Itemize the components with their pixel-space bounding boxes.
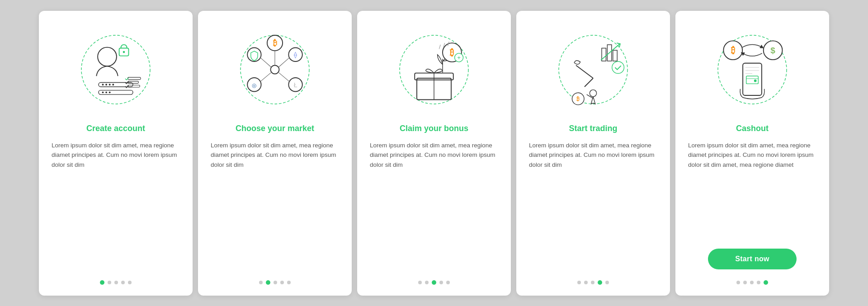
svg-line-39 (439, 44, 440, 49)
dot-4-2 (584, 281, 588, 284)
card-4-text: Lorem ipsum dolor sit dim amet, mea regi… (529, 141, 657, 269)
svg-text:Ł: Ł (294, 81, 297, 88)
dot-5-2 (743, 281, 747, 284)
claim-bonus-icon: ₿ + (391, 27, 477, 113)
dot-2-4 (280, 281, 284, 284)
dot-5-4 (757, 281, 760, 284)
card-4-dots (577, 280, 609, 285)
card-5-title: Cashout (736, 124, 769, 133)
svg-point-11 (105, 91, 107, 93)
svg-line-29 (279, 72, 290, 81)
card-icon-area-4: ₿ (548, 24, 638, 115)
svg-point-5 (102, 84, 104, 85)
svg-line-49 (585, 78, 593, 87)
dot-3-4 (439, 281, 443, 284)
dot-5-5 (764, 280, 768, 285)
dot-2-3 (274, 281, 277, 284)
svg-text:+: + (457, 54, 461, 61)
card-claim-bonus: ₿ + Claim your bonus Lorem ipsum dolor s… (357, 11, 511, 296)
svg-rect-47 (613, 50, 618, 61)
card-create-account: Create account Lorem ipsum dolor sit dim… (39, 11, 193, 296)
start-now-button[interactable]: Start now (708, 249, 797, 269)
dot-3-1 (418, 281, 422, 284)
svg-text:$: $ (770, 45, 775, 55)
card-1-dots (100, 280, 132, 285)
svg-point-12 (109, 91, 111, 93)
svg-line-30 (260, 72, 271, 81)
svg-line-50 (576, 65, 593, 78)
card-3-title: Claim your bonus (400, 124, 468, 133)
svg-point-0 (81, 35, 150, 104)
svg-text:₿: ₿ (731, 45, 735, 55)
svg-text:⟠: ⟠ (294, 51, 297, 59)
card-5-text: Lorem ipsum dolor sit dim amet, mea regi… (688, 141, 816, 240)
dot-3-3 (432, 280, 436, 285)
dot-1-5 (128, 281, 132, 284)
svg-point-8 (112, 84, 114, 85)
svg-rect-13 (128, 77, 141, 80)
svg-point-6 (105, 84, 107, 85)
dot-4-5 (605, 281, 609, 284)
card-3-dots (418, 280, 450, 285)
svg-text:₿: ₿ (273, 38, 277, 47)
dot-3-5 (446, 281, 450, 284)
svg-text:₿: ₿ (576, 96, 580, 102)
svg-point-61 (754, 79, 757, 82)
card-2-text: Lorem ipsum dolor sit dim amet, mea regi… (211, 141, 339, 269)
svg-point-26 (247, 47, 261, 61)
dot-2-2 (266, 280, 270, 285)
dot-5-1 (736, 281, 740, 284)
dot-2-5 (287, 281, 291, 284)
dot-4-1 (577, 281, 581, 284)
card-3-text: Lorem ipsum dolor sit dim amet, mea regi… (370, 141, 498, 269)
card-2-title: Choose your market (236, 124, 314, 133)
dot-1-4 (121, 281, 125, 284)
cashout-icon: ₿ $ (709, 27, 795, 113)
card-icon-area-5: ₿ $ (707, 24, 797, 115)
cards-container: Create account Lorem ipsum dolor sit dim… (30, 2, 838, 305)
svg-point-17 (271, 65, 279, 74)
card-cashout: ₿ $ Cashout Lorem ipsum dolor sit dim a (675, 11, 829, 296)
dot-4-3 (591, 281, 594, 284)
card-4-title: Start trading (569, 124, 617, 133)
svg-point-48 (612, 61, 624, 73)
dot-3-2 (425, 281, 429, 284)
card-icon-area-3: ₿ + (389, 24, 479, 115)
card-icon-area-1 (71, 24, 161, 115)
card-1-title: Create account (86, 124, 145, 133)
svg-text:₿: ₿ (450, 47, 454, 57)
create-account-icon (73, 27, 159, 113)
svg-point-51 (590, 89, 596, 96)
dot-4-4 (598, 280, 602, 285)
card-1-text: Lorem ipsum dolor sit dim amet, mea regi… (52, 141, 180, 269)
dot-1-1 (100, 280, 104, 285)
card-start-trading: ₿ Start trading Lorem ipsum dolor sit di… (516, 11, 670, 296)
dot-1-3 (114, 281, 118, 284)
card-2-dots (259, 280, 291, 285)
start-trading-icon: ₿ (550, 27, 636, 113)
svg-line-28 (279, 57, 290, 67)
svg-point-7 (109, 84, 111, 85)
svg-point-1 (98, 47, 117, 66)
svg-rect-59 (746, 76, 759, 84)
svg-text:◎: ◎ (252, 82, 256, 88)
dot-1-2 (108, 281, 111, 284)
svg-rect-55 (743, 63, 762, 95)
choose-market-icon: ₿ ⟠ Ł ◎ (232, 27, 318, 113)
svg-point-10 (102, 91, 104, 93)
dot-2-1 (259, 281, 263, 284)
dot-5-3 (750, 281, 754, 284)
card-icon-area-2: ₿ ⟠ Ł ◎ (230, 24, 320, 115)
svg-point-3 (123, 51, 125, 53)
card-5-dots (736, 280, 768, 285)
svg-line-31 (260, 57, 271, 67)
card-choose-market: ₿ ⟠ Ł ◎ Choose your marke (198, 11, 352, 296)
